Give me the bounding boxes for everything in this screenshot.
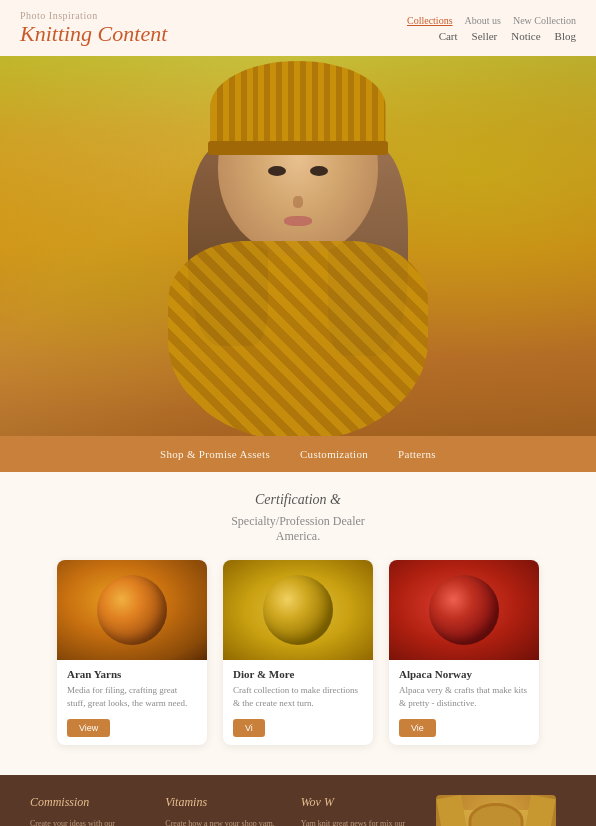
product-desc-2: Craft collection to make directions & th… (233, 684, 363, 709)
hero-section (0, 56, 596, 436)
footer-col-1: Commission Create your ideas with our be… (30, 795, 145, 826)
footer-col-2: Vitamins Create how a new your shop yarn… (165, 795, 280, 826)
nav-about[interactable]: About us (465, 15, 501, 26)
product-image-1 (57, 560, 207, 660)
footer: Commission Create your ideas with our be… (0, 775, 596, 826)
products-subtitle: Specialty/Profession Dealer America. (40, 514, 556, 544)
footer-text-1: Create your ideas with our beautiful, ya… (30, 818, 145, 826)
logo-small: Photo Inspiration (20, 10, 167, 21)
yarn-ball-orange (97, 575, 167, 645)
product-card-2: Dior & More Craft collection to make dir… (223, 560, 373, 745)
yarn-ball-yellow (263, 575, 333, 645)
product-btn-2[interactable]: Vi (233, 719, 265, 737)
yarn-ball-red (429, 575, 499, 645)
product-info-2: Dior & More Craft collection to make dir… (223, 660, 373, 745)
product-desc-3: Alpaca very & crafts that make kits & pr… (399, 684, 529, 709)
nav-seller[interactable]: Seller (472, 30, 498, 42)
footer-text-2: Create how a new your shop yarn. Great f… (165, 818, 280, 826)
products-section: Certification & Specialty/Profession Dea… (0, 472, 596, 775)
products-heading: Certification & (40, 492, 556, 508)
header: Photo Inspiration Knitting Content Colle… (0, 0, 596, 56)
orange-banner: Shop & Promise Assets Customization Patt… (0, 436, 596, 472)
banner-item-shop[interactable]: Shop & Promise Assets (160, 448, 270, 460)
banner-item-custom[interactable]: Customization (300, 448, 368, 460)
nav-collections[interactable]: Collections (407, 15, 453, 26)
footer-heading-2: Vitamins (165, 795, 280, 810)
product-card-1: Aran Yarns Media for filing, crafting gr… (57, 560, 207, 745)
product-info-3: Alpaca Norway Alpaca very & crafts that … (389, 660, 539, 745)
footer-col-3: Wov W Yarn knit great news for mix our n… (301, 795, 416, 826)
products-grid: Aran Yarns Media for filing, crafting gr… (40, 560, 556, 745)
product-btn-3[interactable]: Vie (399, 719, 436, 737)
product-image-2 (223, 560, 373, 660)
hero-background (0, 56, 596, 436)
products-title: Certification & (40, 492, 556, 508)
nav-top: Collections About us New Collection (407, 15, 576, 26)
product-name-2: Dior & More (233, 668, 363, 680)
logo-main[interactable]: Knitting Content (20, 21, 167, 47)
product-info-1: Aran Yarns Media for filing, crafting gr… (57, 660, 207, 745)
product-desc-1: Media for filing, crafting great stuff, … (67, 684, 197, 709)
header-right: Collections About us New Collection Cart… (407, 15, 576, 42)
product-card-3: Alpaca Norway Alpaca very & crafts that … (389, 560, 539, 745)
nav-cart[interactable]: Cart (439, 30, 458, 42)
footer-heading-1: Commission (30, 795, 145, 810)
nav-bottom: Cart Seller Notice Blog (439, 30, 576, 42)
nav-blog[interactable]: Blog (555, 30, 576, 42)
footer-text-3: Yarn knit great news for mix our new yar… (301, 818, 416, 826)
product-btn-1[interactable]: View (67, 719, 110, 737)
nav-notice[interactable]: Notice (511, 30, 540, 42)
product-image-3 (389, 560, 539, 660)
product-name-3: Alpaca Norway (399, 668, 529, 680)
nav-new-collection[interactable]: New Collection (513, 15, 576, 26)
header-left: Photo Inspiration Knitting Content (20, 10, 167, 47)
products-subheading: Specialty/Profession Dealer (40, 514, 556, 529)
footer-product-image (436, 795, 556, 826)
footer-heading-3: Wov W (301, 795, 416, 810)
banner-item-patterns[interactable]: Patterns (398, 448, 436, 460)
footer-image-col (436, 795, 566, 826)
products-subheading2: America. (40, 529, 556, 544)
product-name-1: Aran Yarns (67, 668, 197, 680)
